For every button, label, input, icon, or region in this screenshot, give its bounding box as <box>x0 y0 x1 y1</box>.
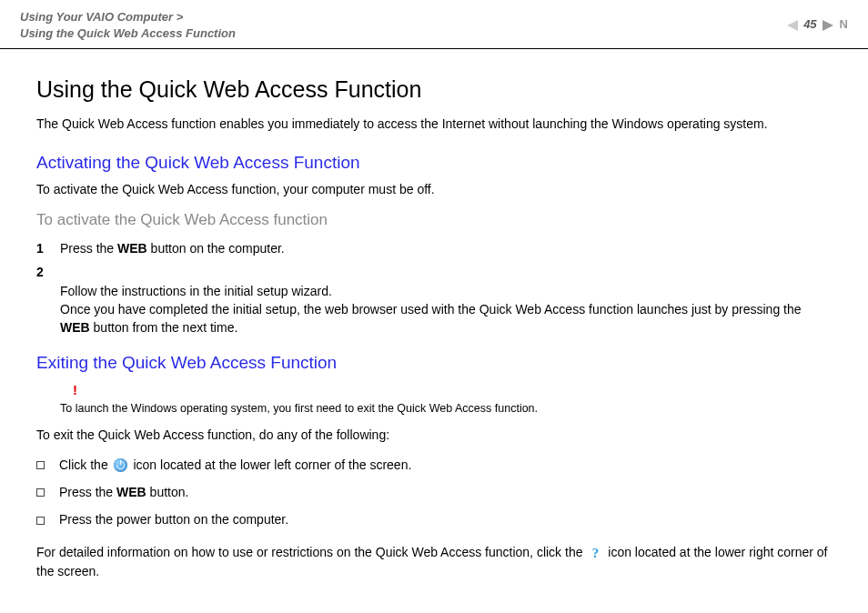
exit-sub: To exit the Quick Web Access function, d… <box>36 426 832 444</box>
list-item: Press the WEB button. <box>36 483 832 501</box>
section-exiting-heading: Exiting the Quick Web Access Function <box>36 350 832 376</box>
bullet-icon <box>36 517 45 525</box>
step-number: 1 <box>36 239 60 257</box>
breadcrumb-line2: Using the Quick Web Access Function <box>20 25 236 42</box>
pager: 45 N <box>787 16 848 34</box>
page-number: 45 <box>803 16 816 34</box>
list-text: Click the icon located at the lower left… <box>59 456 832 474</box>
breadcrumb: Using Your VAIO Computer > Using the Qui… <box>20 9 236 41</box>
alert-text: To launch the Windows operating system, … <box>60 402 538 415</box>
step-text: Follow the instructions in the initial s… <box>60 263 832 337</box>
alert-note: ! To launch the Windows operating system… <box>36 380 832 417</box>
prev-page-arrow-icon[interactable] <box>787 20 798 31</box>
bullet-icon <box>36 461 45 469</box>
next-page-arrow-icon[interactable] <box>823 20 833 31</box>
intro-paragraph: The Quick Web Access function enables yo… <box>36 115 832 133</box>
step-text: Press the WEB button on the computer. <box>60 239 832 257</box>
list-item: Click the icon located at the lower left… <box>36 456 832 474</box>
step-item: 2 Follow the instructions in the initial… <box>36 263 832 337</box>
section-activating-sub: To activate the Quick Web Access functio… <box>36 180 832 198</box>
breadcrumb-line1: Using Your VAIO Computer > <box>20 9 236 25</box>
page-header: Using Your VAIO Computer > Using the Qui… <box>0 0 868 49</box>
bullet-icon <box>36 488 45 497</box>
alert-icon: ! <box>73 380 832 400</box>
end-marker: N <box>840 16 848 34</box>
page-title: Using the Quick Web Access Function <box>36 73 832 106</box>
power-icon <box>114 458 128 473</box>
footer-paragraph: For detailed information on how to use o… <box>36 543 832 580</box>
list-text: Press the power button on the computer. <box>59 510 832 528</box>
procedure-heading: To activate the Quick Web Access functio… <box>36 209 832 232</box>
exit-options-list: Click the icon located at the lower left… <box>36 456 832 529</box>
help-icon: ? <box>588 547 602 561</box>
step-item: 1 Press the WEB button on the computer. <box>36 239 832 257</box>
list-text: Press the WEB button. <box>59 483 832 501</box>
list-item: Press the power button on the computer. <box>36 510 832 528</box>
page-content: Using the Quick Web Access Function The … <box>0 49 868 598</box>
steps-list: 1 Press the WEB button on the computer. … <box>36 239 832 337</box>
section-activating-heading: Activating the Quick Web Access Function <box>36 150 832 176</box>
step-number: 2 <box>36 263 60 337</box>
